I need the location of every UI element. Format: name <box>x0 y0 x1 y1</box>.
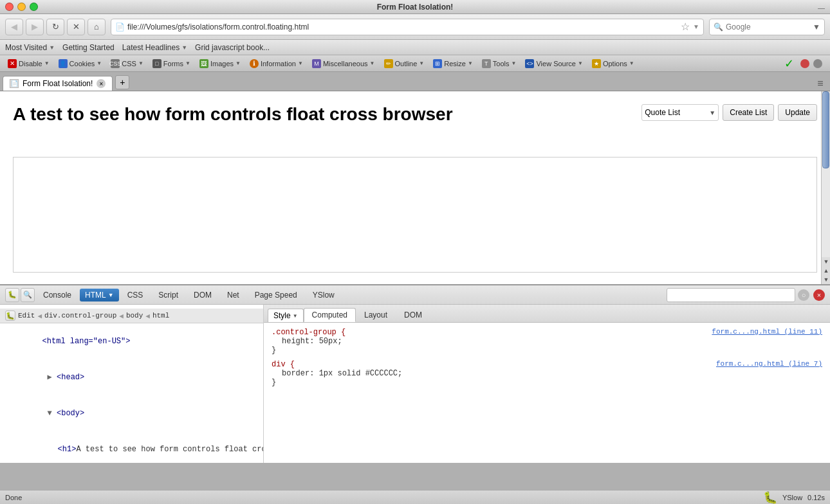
dev-tool-cookies[interactable]: 👤 Cookies ▼ <box>55 58 106 69</box>
dev-tool-label: Tools <box>493 60 510 68</box>
chevron-down-icon: ▼ <box>629 60 634 66</box>
devtools-tab-script[interactable]: Script <box>151 288 185 302</box>
back-button[interactable]: ◀ <box>5 19 23 35</box>
style-close-brace: } <box>272 346 822 355</box>
tabs-menu[interactable]: ≡ <box>813 76 827 91</box>
scroll-thumb[interactable] <box>822 91 829 168</box>
expand-arrow[interactable]: ▶ <box>48 373 57 382</box>
chevron-down-icon: ▼ <box>419 60 424 66</box>
devtools-tab-yslow[interactable]: YSlow <box>306 288 342 302</box>
bookmark-star[interactable]: ☆ <box>678 19 693 35</box>
property-name: height <box>282 337 309 346</box>
dev-tool-misc[interactable]: M Miscellaneous ▼ <box>308 58 379 69</box>
dev-tool-images[interactable]: 🖼 Images ▼ <box>196 58 244 69</box>
stop-button[interactable]: ✕ <box>67 19 85 35</box>
tab-label: Form Float Isolation! <box>23 79 93 88</box>
update-button[interactable]: Update <box>778 104 817 121</box>
chevron-down-icon: ▼ <box>138 60 143 66</box>
devtools-tab-css[interactable]: CSS <box>120 288 151 302</box>
forward-button[interactable]: ▶ <box>26 19 44 35</box>
tab-close-button[interactable]: × <box>97 79 106 88</box>
dev-tool-css[interactable]: CSS CSS ▼ <box>107 58 147 69</box>
breadcrumb-control-group[interactable]: div.control-group <box>44 312 116 320</box>
breadcrumb-icon[interactable]: 🐛 <box>5 310 15 321</box>
breadcrumb-sep: ◀ <box>119 312 124 320</box>
html-tag: <h1> <box>58 445 77 454</box>
devtools-bug-icon[interactable]: 🐛 <box>5 288 19 302</box>
create-list-button[interactable]: Create List <box>723 104 774 121</box>
address-dropdown[interactable]: ▼ <box>693 23 699 30</box>
home-button[interactable]: ⌂ <box>88 19 106 35</box>
chevron-down-icon: ▼ <box>370 60 375 66</box>
breadcrumb-body[interactable]: body <box>126 312 143 320</box>
tab-label: Console <box>43 291 71 300</box>
select-label: Quote List <box>645 108 680 117</box>
chevron-down-icon: ▼ <box>49 44 55 51</box>
dev-tool-forms[interactable]: □ Forms ▼ <box>149 58 194 69</box>
new-tab-button[interactable]: + <box>115 75 129 89</box>
file-reference[interactable]: form.c...ng.html (line 11) <box>712 328 822 336</box>
dev-tool-label: CSS <box>122 60 136 68</box>
quote-list-select[interactable]: Quote List ▼ <box>641 104 719 121</box>
devtools-inspect-icon[interactable]: 🔍 <box>21 288 35 302</box>
style-tab-layout[interactable]: Layout <box>356 308 396 322</box>
browser-tab-active[interactable]: 📄 Form Float Isolation! × <box>3 76 113 91</box>
dev-tool-resize[interactable]: ⊞ Resize ▼ <box>429 58 477 69</box>
devtools-close-button[interactable]: × <box>813 289 825 301</box>
style-panel: Style ▼ Computed Layout DOM form.c...ng.… <box>264 305 830 463</box>
dev-tool-tools[interactable]: T Tools ▼ <box>478 58 521 69</box>
dev-tool-disable[interactable]: ✕ Disable ▼ <box>4 58 53 69</box>
scroll-down-arrow3[interactable]: ▼ <box>822 275 830 284</box>
devtools-panel: 🐛 🔍 Console HTML ▼ CSS Script DOM Net Pa… <box>0 284 830 463</box>
dev-tool-view-source[interactable]: <> View Source ▼ <box>521 58 586 69</box>
dev-tool-outline[interactable]: ✏ Outline ▼ <box>380 58 429 69</box>
tab-label: DOM <box>194 291 212 300</box>
html-line: <html lang="en-US"> <box>0 323 263 359</box>
devtools-search-input[interactable] <box>667 288 795 302</box>
tools-icon: T <box>482 59 491 68</box>
scrollbar[interactable]: ▲ ▼ ▲ ▼ <box>821 91 830 284</box>
bookmark-latest-headlines[interactable]: Latest Headlines ▼ <box>122 43 187 52</box>
html-line: ▼ <body> <box>0 395 263 431</box>
minimize-button[interactable] <box>17 3 26 11</box>
file-reference[interactable]: form.c...ng.html (line 7) <box>716 360 822 368</box>
content-box <box>13 157 817 273</box>
breadcrumb-edit[interactable]: Edit <box>18 312 35 320</box>
breadcrumb-html[interactable]: html <box>152 312 169 320</box>
bookmark-most-visited[interactable]: Most Visited ▼ <box>5 43 55 52</box>
style-tab-computed[interactable]: Computed <box>304 308 356 322</box>
devtools-tab-net[interactable]: Net <box>220 288 246 302</box>
style-tab-dom[interactable]: DOM <box>396 308 430 322</box>
tab-label: CSS <box>127 291 143 300</box>
bookmark-getting-started[interactable]: Getting Started <box>62 43 115 52</box>
reload-button[interactable]: ↻ <box>46 19 64 35</box>
dev-tool-label: View Source <box>536 60 576 68</box>
dev-tool-information[interactable]: ℹ Information ▼ <box>246 58 307 69</box>
breadcrumb-sep: ◀ <box>37 312 42 320</box>
status-bar-right: 🐛 YSlow 0.12s <box>763 491 825 505</box>
close-button[interactable] <box>5 3 14 11</box>
bookmarks-bar: Most Visited ▼ Getting Started Latest He… <box>0 40 830 55</box>
property-name: border <box>282 369 309 378</box>
search-submit[interactable]: ▼ <box>813 22 820 32</box>
devtools-tab-pagespeed[interactable]: Page Speed <box>248 288 304 302</box>
options-icon: ★ <box>592 59 601 68</box>
dev-tool-label: Outline <box>395 60 418 68</box>
devtools-tab-console[interactable]: Console <box>36 288 78 302</box>
bookmark-label: Grid javascript book... <box>195 43 270 52</box>
dev-tool-options[interactable]: ★ Options ▼ <box>588 58 638 69</box>
devtools-tab-dom[interactable]: DOM <box>187 288 219 302</box>
tab-label: Page Speed <box>255 291 297 300</box>
address-bar[interactable]: 📄 file:///Volumes/gfs/isolations/form.co… <box>111 19 704 35</box>
expand-arrow[interactable]: ▼ <box>48 409 57 418</box>
style-tab-style[interactable]: Style ▼ <box>268 309 304 322</box>
bookmark-grid-js[interactable]: Grid javascript book... <box>195 43 270 52</box>
search-input[interactable] <box>726 22 813 32</box>
maximize-button[interactable] <box>30 3 38 11</box>
developer-toolbar: ✕ Disable ▼ 👤 Cookies ▼ CSS CSS ▼ □ Form… <box>0 55 830 72</box>
scroll-down-arrow1[interactable]: ▼ <box>822 257 830 266</box>
devtools-panel-icon1[interactable]: ○ <box>798 289 809 301</box>
scroll-down-arrow2[interactable]: ▲ <box>822 266 830 275</box>
html-breadcrumb: 🐛 Edit ◀ div.control-group ◀ body ◀ html <box>0 309 263 323</box>
devtools-tab-html[interactable]: HTML ▼ <box>80 289 119 302</box>
